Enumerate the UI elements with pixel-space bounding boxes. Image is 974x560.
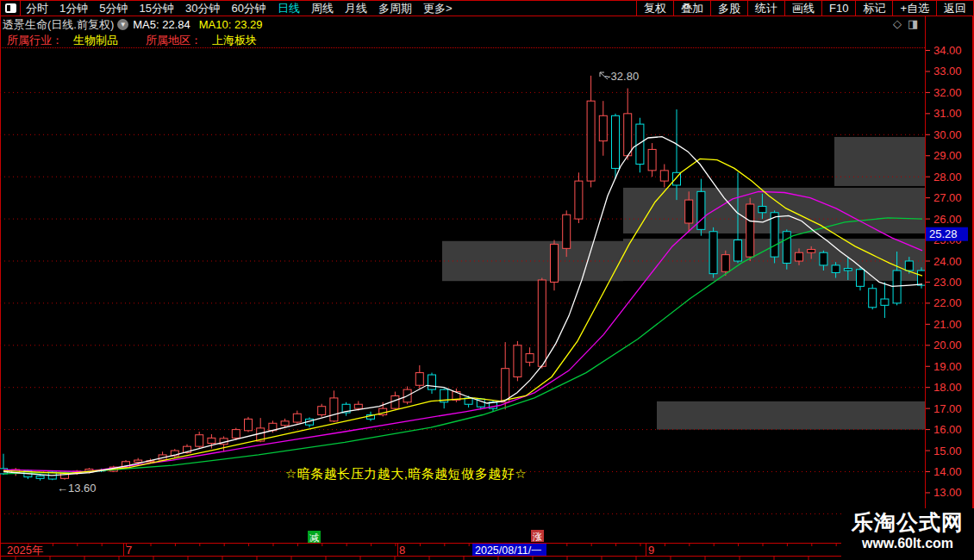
watermark-url: www.60lt.com (841, 536, 974, 551)
candle-down[interactable] (697, 191, 705, 229)
candle-up[interactable] (721, 255, 729, 272)
candle-up[interactable] (281, 421, 289, 426)
price-axis-label: 23.00 (933, 276, 962, 289)
candle-up[interactable] (196, 435, 203, 446)
candle-down[interactable] (36, 476, 44, 478)
candle-up[interactable] (563, 215, 571, 248)
last-price-tag: 25.28 (929, 227, 958, 240)
date-axis-label: 2025年 (7, 544, 43, 557)
price-axis-label: 33.00 (933, 65, 962, 78)
candle-up[interactable] (502, 369, 509, 402)
price-axis-label: 28.00 (933, 171, 962, 184)
price-axis-label: 29.00 (933, 149, 962, 162)
price-axis-label: 31.00 (933, 107, 962, 120)
low-price-annotation: ←13.60 (57, 482, 97, 495)
candle-up[interactable] (648, 149, 656, 170)
candle-up[interactable] (660, 171, 668, 181)
candle-up[interactable] (245, 419, 253, 430)
candle-up[interactable] (551, 244, 559, 282)
candle-down[interactable] (759, 206, 766, 212)
candle-up[interactable] (587, 101, 595, 181)
price-axis-label: 18.00 (933, 381, 962, 394)
candle-up[interactable] (575, 181, 583, 219)
resistance-zone (657, 401, 925, 430)
price-axis-label: 14.00 (933, 465, 962, 478)
candle-up[interactable] (318, 407, 326, 415)
candle-up[interactable] (293, 414, 301, 422)
candle-down[interactable] (869, 289, 877, 308)
price-axis-label: 20.00 (933, 339, 962, 352)
quote-text: ☆暗条越长压力越大,暗条越短做多越好☆ (285, 466, 528, 481)
candle-up[interactable] (685, 200, 693, 223)
resistance-zone (834, 137, 925, 186)
candle-up[interactable] (208, 438, 215, 443)
price-axis-label: 30.00 (933, 128, 962, 141)
candle-up[interactable] (514, 345, 521, 377)
date-axis-label: 8 (399, 544, 405, 557)
date-axis-label: 9 (648, 544, 654, 557)
candle-up[interactable] (415, 373, 423, 386)
price-axis-label: 27.00 (933, 191, 962, 204)
price-axis-label: 17.00 (933, 402, 962, 415)
resistance-zone (442, 241, 623, 281)
candle-down[interactable] (844, 269, 852, 271)
candle-up[interactable] (746, 204, 754, 257)
price-axis-label: 16.00 (933, 423, 962, 436)
marker-badge-0: 减 (309, 532, 319, 543)
candle-down[interactable] (881, 299, 889, 305)
candle-up[interactable] (624, 114, 632, 156)
candle-up[interactable] (134, 460, 142, 462)
marker-badge-1: 涨 (533, 532, 542, 542)
candle-down[interactable] (709, 232, 717, 274)
candle-up[interactable] (796, 252, 803, 261)
app-window: { "toolbar": { "items": [ {"label": "分时"… (0, 0, 974, 560)
candle-up[interactable] (330, 398, 338, 421)
candle-down[interactable] (636, 124, 644, 164)
candle-down[interactable] (771, 213, 778, 257)
candle-down[interactable] (820, 252, 827, 265)
candle-down[interactable] (428, 375, 436, 389)
selected-date-label: 2025/08/11/一 (475, 544, 542, 557)
price-axis-label: 32.00 (933, 86, 962, 99)
candle-up[interactable] (391, 395, 399, 408)
candle-up[interactable] (599, 115, 607, 140)
candle-down[interactable] (905, 261, 913, 271)
price-axis-label: 26.00 (933, 213, 962, 226)
candle-down[interactable] (857, 270, 865, 287)
watermark: 乐淘公式网 www.60lt.com (841, 508, 974, 560)
candle-up[interactable] (538, 280, 546, 366)
main-chart[interactable]: 34.0033.0032.0031.0030.0029.0028.0027.00… (0, 0, 974, 560)
candle-down[interactable] (734, 240, 742, 261)
peak-price-annotation: ~32.80 (604, 70, 639, 83)
date-axis-label: 7 (126, 544, 132, 557)
candle-down[interactable] (783, 232, 790, 264)
price-axis-label: 34.00 (933, 44, 962, 57)
candle-down[interactable] (893, 271, 901, 303)
candle-up[interactable] (808, 250, 815, 253)
candle-up[interactable] (526, 354, 534, 363)
price-axis-label: 13.00 (933, 486, 962, 499)
candle-down[interactable] (832, 265, 840, 273)
candle-down[interactable] (612, 115, 620, 168)
price-axis-label: 22.00 (933, 296, 962, 309)
candle-up[interactable] (232, 430, 240, 439)
price-axis-label: 21.00 (933, 318, 962, 331)
candle-up[interactable] (354, 404, 362, 408)
price-axis-label: 15.00 (933, 445, 962, 457)
candle-down[interactable] (918, 271, 926, 285)
watermark-site-name: 乐淘公式网 (841, 508, 974, 536)
price-axis-label: 24.00 (933, 255, 962, 268)
price-axis-label: 19.00 (933, 360, 962, 373)
